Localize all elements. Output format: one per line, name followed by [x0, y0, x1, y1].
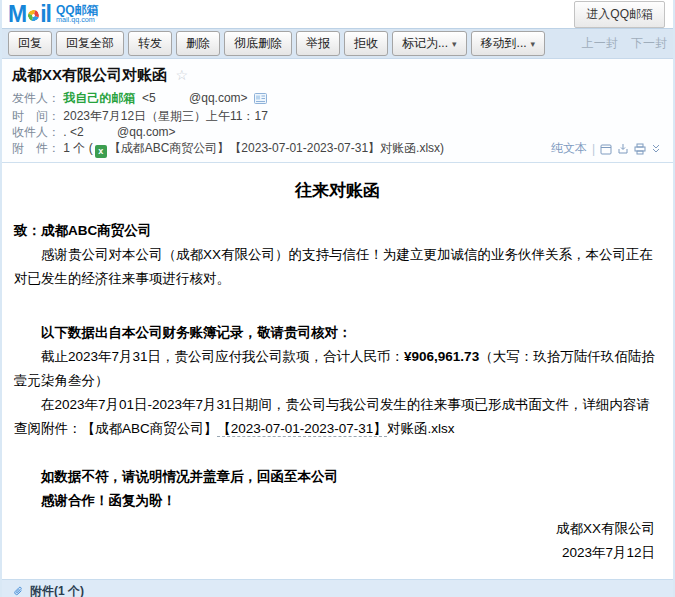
- divider: |: [592, 142, 595, 156]
- next-mail-link[interactable]: 下一封: [631, 36, 667, 50]
- to-label: 收件人：: [12, 125, 60, 139]
- forward-button[interactable]: 转发: [128, 31, 172, 56]
- attachments-section-title: 附件(1 个): [30, 583, 84, 597]
- amount-prefix: 截止2023年7月31日，贵公司应付我公司款项，合计人民币：: [41, 349, 404, 364]
- amount-paragraph: 截止2023年7月31日，贵公司应付我公司款项，合计人民币：¥906,961.7…: [14, 345, 661, 393]
- reply-button[interactable]: 回复: [8, 31, 52, 56]
- from-label: 发件人：: [12, 91, 60, 105]
- time-label: 时 间：: [12, 109, 60, 123]
- mail-nav: 上一封 下一封: [572, 35, 667, 52]
- logo-domain-text: mail.qq.com: [56, 16, 95, 23]
- signature-date: 2023年7月12日: [14, 541, 655, 565]
- chevron-down-icon: ▾: [531, 39, 536, 49]
- mail-subject: 成都XX有限公司对账函: [12, 66, 167, 83]
- subject-row: 成都XX有限公司对账函 ☆: [12, 66, 663, 85]
- time-value: 2023年7月12日（星期三）上午11：17: [63, 109, 268, 123]
- contact-card-icon[interactable]: [254, 92, 267, 108]
- collapse-header-icon[interactable]: [651, 143, 661, 155]
- delete-button[interactable]: 删除: [176, 31, 220, 56]
- mail-body: 往来对账函 致：成都ABC商贸公司 感谢贵公司对本公司（成都XX有限公司）的支持…: [2, 163, 673, 565]
- recipient-address: . <2 @qq.com>: [63, 125, 175, 139]
- logo-letters-il: il: [40, 3, 51, 26]
- qqmail-read-page: M il QQ邮箱 mail.qq.com 进入QQ邮箱 回复 回复全部 转发 …: [0, 0, 675, 597]
- plain-text-toggle[interactable]: 纯文本: [551, 140, 587, 157]
- print-icon[interactable]: [634, 143, 646, 155]
- period-suffix: 对账函.xlsx: [387, 421, 455, 436]
- mark-as-dropdown[interactable]: 标记为...▾: [392, 31, 467, 56]
- move-to-dropdown[interactable]: 移动到...▾: [471, 31, 546, 56]
- report-button[interactable]: 举报: [296, 31, 340, 56]
- star-icon[interactable]: ☆: [175, 67, 188, 83]
- date-range-link[interactable]: 【2023-07-01-2023-07-31】: [217, 421, 387, 437]
- to-row: 收件人： . <2 @qq.com>: [12, 124, 663, 140]
- thanks-note: 感谢合作！函复为盼！: [14, 489, 661, 513]
- enter-qqmail-button[interactable]: 进入QQ邮箱: [574, 1, 665, 28]
- mark-as-label: 标记为...: [402, 36, 448, 50]
- excel-mini-icon: x: [95, 145, 107, 158]
- open-in-new-window-icon[interactable]: [600, 143, 612, 155]
- attachment-count: 1 个 (: [63, 141, 92, 155]
- qqmail-logo[interactable]: M il QQ邮箱 mail.qq.com: [8, 3, 99, 26]
- prev-mail-link[interactable]: 上一封: [582, 36, 618, 50]
- signature-company: 成都XX有限公司: [14, 517, 655, 541]
- chevron-down-icon: ▾: [452, 39, 457, 49]
- reject-button[interactable]: 拒收: [344, 31, 388, 56]
- logo-letter-m: M: [8, 3, 26, 26]
- move-to-label: 移动到...: [481, 36, 527, 50]
- records-heading: 以下数据出自本公司财务账簿记录，敬请贵司核对：: [14, 321, 661, 345]
- attachments-section-header: 附件(1 个): [2, 579, 673, 597]
- signature-block: 成都XX有限公司 2023年7月12日: [14, 517, 661, 565]
- sender-name[interactable]: 我自己的邮箱: [63, 91, 135, 105]
- reply-all-button[interactable]: 回复全部: [56, 31, 124, 56]
- sender-address: <5 @qq.com>: [139, 91, 251, 105]
- from-row: 发件人： 我自己的邮箱 <5 @qq.com>: [12, 90, 663, 108]
- letter-title: 往来对账函: [14, 179, 661, 203]
- save-icon[interactable]: [617, 143, 629, 155]
- logo-wordmark: QQ邮箱 mail.qq.com: [56, 4, 99, 24]
- logo-ring-icon: [26, 8, 41, 23]
- period-paragraph: 在2023年7月01日-2023年7月31日期间，贵公司与我公司发生的往来事项已…: [14, 393, 661, 441]
- amount-value: ¥906,961.73: [404, 349, 479, 364]
- mismatch-note: 如数据不符，请说明情况并盖章后，回函至本公司: [14, 465, 661, 489]
- intro-paragraph: 感谢贵公司对本公司（成都XX有限公司）的支持与信任！为建立更加诚信的业务伙伴关系…: [14, 243, 661, 291]
- view-tools: 纯文本 |: [551, 140, 661, 157]
- attachment-name[interactable]: 【成都ABC商贸公司】【2023-07-01-2023-07-31】对账函.xl…: [109, 141, 444, 155]
- mail-header: 成都XX有限公司对账函 ☆ 发件人： 我自己的邮箱 <5 @qq.com> 时 …: [2, 59, 673, 163]
- attachment-label: 附 件：: [12, 141, 60, 155]
- logo-qqmail-text: QQ邮箱: [56, 4, 99, 16]
- paperclip-icon: [12, 585, 25, 597]
- delete-completely-button[interactable]: 彻底删除: [224, 31, 292, 56]
- salutation: 致：成都ABC商贸公司: [14, 219, 661, 243]
- time-row: 时 间： 2023年7月12日（星期三）上午11：17: [12, 108, 663, 124]
- mail-toolbar: 回复 回复全部 转发 删除 彻底删除 举报 拒收 标记为...▾ 移动到...▾…: [2, 28, 673, 59]
- top-header: M il QQ邮箱 mail.qq.com 进入QQ邮箱: [2, 0, 673, 28]
